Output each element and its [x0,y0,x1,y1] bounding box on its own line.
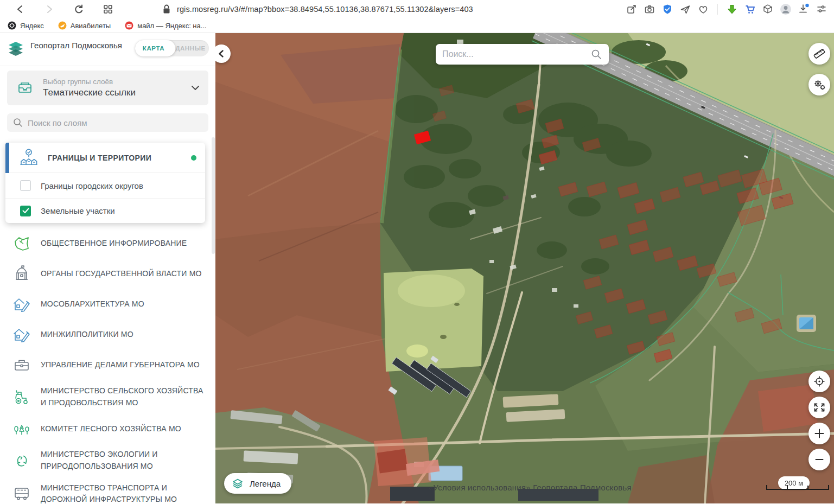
tab-data[interactable]: ДАННЫЕ [172,45,209,52]
fullscreen-button[interactable] [808,397,830,418]
lock-icon [162,4,171,15]
layer-groups-list: ОБЩЕСТВЕННОЕ ИНФОРМИРОВАНИЕОРГАНЫ ГОСУДА… [0,228,215,503]
sidebar-group-item[interactable]: ОРГАНЫ ГОСУДАРСТВЕННОЙ ВЛАСТИ МО [0,259,215,289]
zoom-out-button[interactable] [808,449,830,470]
sidebar-header: Геопортал Подмосковья КАРТА ДАННЫЕ [0,33,215,66]
address-bar-row: rgis.mosreg.ru/v3/#/map?bbox=38.84954,55… [0,0,834,18]
layer-search[interactable] [7,113,208,132]
houses-pin-icon [18,147,40,169]
sidebar-group-label: МИНИСТЕРСТВО СЕЛЬСКОГО ХОЗЯЙСТВА И ПРОДО… [41,385,210,409]
address-bar[interactable]: rgis.mosreg.ru/v3/#/map?bbox=38.84954,55… [162,4,626,15]
briefcase-icon [11,355,32,375]
map-search-input[interactable] [442,49,590,59]
measure-ruler-button[interactable] [808,43,830,65]
bookmark-label: Яндекс [20,22,44,30]
search-icon[interactable] [590,48,602,60]
checkbox-unchecked[interactable] [20,180,31,191]
map-region-icon [11,233,32,254]
sidebar-group-item[interactable]: УПРАВЛЕНИЕ ДЕЛАМИ ГУБЕРНАТОРА МО [0,350,215,380]
share-icon[interactable] [626,3,638,15]
browser-settings-tune-icon[interactable] [816,3,827,15]
send-icon[interactable] [679,3,691,15]
house-blueprint-icon [11,294,32,315]
legend-button[interactable]: Легенда [224,473,291,494]
layer-label: Земельные участки [41,206,115,215]
sidebar-group-label: МИНЖИЛПОЛИТИКИ МО [41,329,210,341]
sidebar-scrollbar[interactable] [212,137,215,254]
tabs-grid-icon[interactable] [101,2,115,16]
zoom-in-button[interactable] [808,423,830,444]
sidebar-group-label: МИНИСТЕРСТВО ТРАНСПОРТА И ДОРОЖНОЙ ИНФРА… [41,482,210,503]
sidebar-group-item[interactable]: МИНИСТЕРСТВО ТРАНСПОРТА И ДОРОЖНОЙ ИНФРА… [0,477,215,503]
refresh-icon[interactable] [72,2,86,16]
sidebar-group-item[interactable]: КОМИТЕТ ЛЕСНОГО ХОЗЯЙСТВА МО [0,413,215,444]
active-layer-group-card: ГРАНИЦЫ И ТЕРРИТОРИИ Границы городских о… [5,143,205,223]
sidebar-group-label: ОБЩЕСТВЕННОЕ ИНФОРМИРОВАНИЕ [41,238,210,250]
geolocate-button[interactable] [808,371,830,392]
tab-map[interactable]: КАРТА [135,45,172,52]
icon-separator [717,4,718,15]
favorites-heart-icon[interactable] [697,3,709,15]
chevron-down-icon[interactable] [190,82,201,93]
house-blueprint-icon [11,324,32,345]
layer-group-selector[interactable]: Выбор группы слоёв Тематические ссылки [7,71,208,105]
active-layers-indicator [191,155,196,161]
bookmark-mail[interactable]: майл — Яндекс: на... [125,21,206,30]
forest-icon [11,418,32,439]
group-selector-value: Тематические ссылки [43,87,182,98]
layers-sidebar: Геопортал Подмосковья КАРТА ДАННЫЕ Выбор… [0,33,215,503]
screenshot-camera-icon[interactable] [644,3,655,15]
map-area[interactable]: Легенда 200 м «Условия использования» Ге… [215,33,834,503]
layer-search-input[interactable] [28,118,203,127]
bookmark-yandex[interactable]: Яндекс [8,21,44,30]
url-text[interactable]: rgis.mosreg.ru/v3/#/map?bbox=38.84954,55… [177,5,473,14]
protect-shield-icon[interactable] [661,3,673,15]
layer-row-parcels[interactable]: Земельные участки [5,198,205,223]
active-group-accent [5,143,9,173]
sidebar-group-label: МОСОБЛАРХИТЕКТУРА МО [41,298,210,310]
government-building-icon [11,264,32,284]
sidebar-group-item[interactable]: МИНИСТЕРСТВО СЕЛЬСКОГО ХОЗЯЙСТВА И ПРОДО… [0,380,215,413]
yandex-mail-icon [125,21,133,30]
sidebar-group-item[interactable]: МИНЖИЛПОЛИТИКИ МО [0,320,215,350]
back-icon[interactable] [13,2,27,16]
bookmark-label: майл — Яндекс: на... [137,22,206,30]
downloads-icon[interactable] [798,3,810,15]
satellite-map-canvas[interactable] [215,33,834,503]
cart-icon[interactable] [744,3,756,15]
yandex-start-icon [8,21,16,30]
map-search-box[interactable] [436,44,609,65]
group-selector-label: Выбор группы слоёв [43,78,182,86]
geoportal-logo-icon [7,40,25,60]
sidebar-group-label: МИНИСТЕРСТВО ЭКОЛОГИИ И ПРИРОДОПОЛЬЗОВАН… [41,449,210,472]
extension-cube-icon[interactable] [762,3,774,15]
search-icon [12,117,23,128]
map-settings-gears-button[interactable] [808,74,830,95]
sidebar-group-item[interactable]: МИНИСТЕРСТВО ЭКОЛОГИИ И ПРИРОДОПОЛЬЗОВАН… [0,444,215,477]
forward-icon[interactable] [42,2,56,16]
bookmark-label: Авиабилеты [71,22,111,30]
layer-row-borders[interactable]: Границы городских округов [5,173,205,198]
map-attribution: «Условия использования» Геопортала Подмо… [429,483,632,492]
avia-tickets-icon [58,21,67,30]
app-title: Геопортал Подмосковья [30,40,122,51]
sidebar-group-label: ОРГАНЫ ГОСУДАРСТВЕННОЙ ВЛАСТИ МО [41,268,210,280]
map-data-toggle[interactable]: КАРТА ДАННЫЕ [135,40,209,56]
recycle-icon [11,450,32,471]
savefrom-arrow-icon[interactable] [726,3,738,15]
sidebar-group-item[interactable]: МОСОБЛАРХИТЕКТУРА МО [0,289,215,320]
layer-label: Границы городских округов [41,181,143,190]
divider [0,66,215,66]
checkbox-checked[interactable] [20,206,31,216]
profile-avatar[interactable] [780,3,792,15]
drawer-icon [15,78,35,98]
sidebar-group-item[interactable]: ОБЩЕСТВЕННОЕ ИНФОРМИРОВАНИЕ [0,228,215,259]
extension-icons [626,3,829,15]
bus-icon [11,483,32,503]
tractor-icon [11,387,32,407]
bookmark-avia-tickets[interactable]: Авиабилеты [58,21,111,30]
sidebar-group-label: КОМИТЕТ ЛЕСНОГО ХОЗЯЙСТВА МО [41,423,210,435]
scale-bar [766,485,829,490]
group-borders-territories[interactable]: ГРАНИЦЫ И ТЕРРИТОРИИ [5,143,205,173]
sidebar-group-label: УПРАВЛЕНИЕ ДЕЛАМИ ГУБЕРНАТОРА МО [41,359,210,371]
